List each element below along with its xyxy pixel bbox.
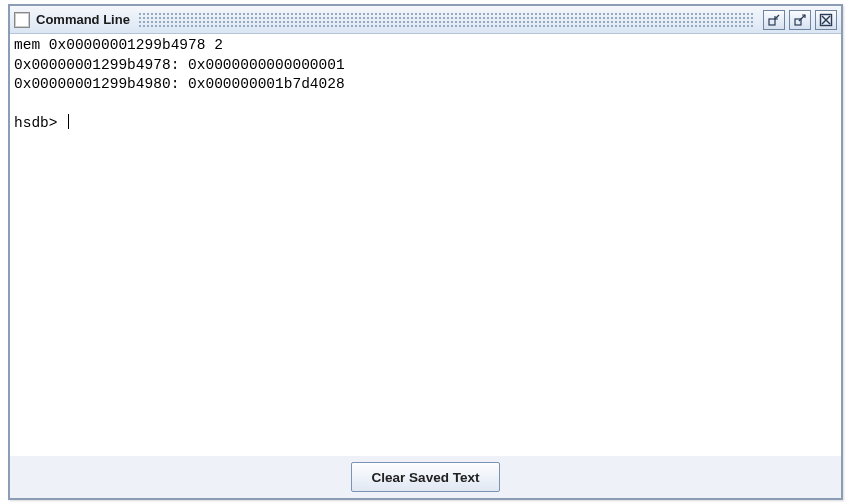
command-line-window: Command Line xyxy=(8,4,843,500)
titlebar-controls xyxy=(763,10,837,30)
titlebar-grip[interactable] xyxy=(138,12,755,28)
console-line: mem 0x00000001299b4978 2 xyxy=(14,37,223,53)
console-prompt: hsdb> xyxy=(14,115,66,131)
console-output: mem 0x00000001299b4978 2 0x00000001299b4… xyxy=(14,36,837,134)
text-cursor xyxy=(68,114,69,129)
window-title: Command Line xyxy=(36,12,130,27)
window-icon xyxy=(14,12,30,28)
svg-rect-0 xyxy=(769,19,775,25)
maximize-button[interactable] xyxy=(789,10,811,30)
minimize-icon xyxy=(767,13,781,27)
titlebar[interactable]: Command Line xyxy=(10,6,841,34)
minimize-button[interactable] xyxy=(763,10,785,30)
maximize-icon xyxy=(793,13,807,27)
console-line: 0x00000001299b4980: 0x000000001b7d4028 xyxy=(14,76,345,92)
clear-saved-text-button[interactable]: Clear Saved Text xyxy=(351,462,501,492)
console-line: 0x00000001299b4978: 0x0000000000000001 xyxy=(14,57,345,73)
close-icon xyxy=(819,13,833,27)
console-area[interactable]: mem 0x00000001299b4978 2 0x00000001299b4… xyxy=(10,34,841,456)
svg-line-3 xyxy=(799,15,805,21)
close-button[interactable] xyxy=(815,10,837,30)
button-bar: Clear Saved Text xyxy=(10,456,841,498)
